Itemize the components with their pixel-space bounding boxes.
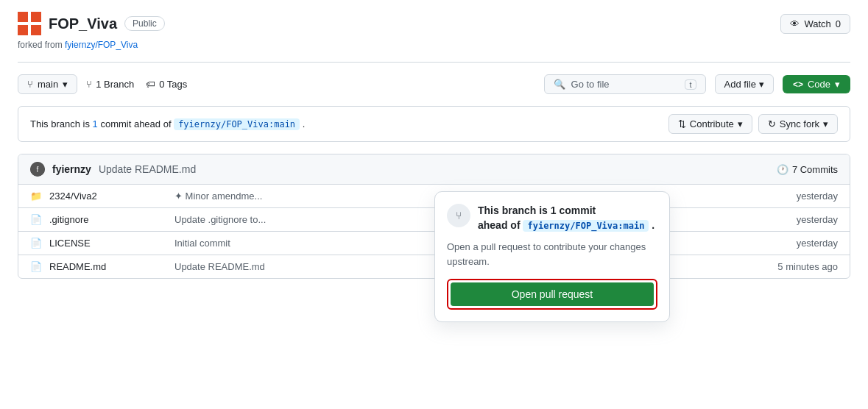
- branch-meta: ⑂ 1 Branch 🏷 0 Tags: [86, 79, 187, 90]
- search-icon: 🔍: [554, 79, 565, 90]
- contribute-label: Contribute: [690, 118, 734, 129]
- code-chevron-icon: ▾: [835, 79, 840, 90]
- goto-file-label: Go to file: [571, 79, 610, 90]
- sync-fork-chevron-icon: ▾: [823, 118, 828, 129]
- repo-title-section: FOP_Viva Public: [18, 12, 165, 35]
- branch-status-text: This branch is 1 commit ahead of fyiernz…: [30, 118, 661, 129]
- contribute-chevron-icon: ▾: [738, 118, 743, 129]
- popup-title-line2: ahead of: [478, 219, 521, 231]
- branch-selector[interactable]: ⑂ main ▾: [18, 74, 77, 94]
- page-wrapper: FOP_Viva Public 👁 Watch 0 forked from fy…: [0, 0, 868, 409]
- forked-from: forked from fyiernzy/FOP_Viva: [18, 40, 850, 50]
- popup-title: This branch is 1 commit ahead of fyiernz…: [478, 204, 654, 232]
- file-name-link[interactable]: .gitignore: [49, 214, 167, 225]
- contribute-button[interactable]: ⇅ Contribute ▾: [668, 114, 752, 134]
- divider: [18, 62, 850, 63]
- file-name-link[interactable]: LICENSE: [49, 238, 167, 249]
- tag-icon: 🏷: [146, 79, 155, 90]
- goto-file-input[interactable]: 🔍 Go to file t: [544, 74, 706, 94]
- svg-rect-0: [18, 12, 28, 22]
- file-icon: 📄: [30, 261, 42, 272]
- status-actions: ⇅ Contribute ▾ ↻ Sync fork ▾: [668, 114, 838, 134]
- file-time: yesterday: [797, 191, 838, 202]
- commit-message: Update README.md: [99, 163, 196, 175]
- popup-ref: fyiernzy/FOP_Viva:main: [523, 220, 649, 232]
- goto-file-shortcut: t: [685, 79, 696, 90]
- forked-from-link[interactable]: fyiernzy/FOP_Viva: [65, 40, 138, 50]
- popup-icon-symbol: ⑂: [456, 210, 462, 221]
- commit-author-avatar: f: [30, 162, 45, 177]
- sync-fork-label: Sync fork: [780, 118, 819, 129]
- watch-icon: 👁: [790, 18, 800, 29]
- status-ref: fyiernzy/FOP_Viva:main: [174, 118, 300, 130]
- branch-count-link[interactable]: ⑂ 1 Branch: [86, 79, 134, 90]
- file-name-link[interactable]: README.md: [49, 261, 167, 272]
- code-icon: <>: [793, 79, 803, 90]
- visibility-badge: Public: [124, 16, 165, 31]
- repo-name: FOP_Viva: [49, 15, 117, 32]
- file-time: yesterday: [797, 214, 838, 225]
- contribute-popup: ⑂ This branch is 1 commit ahead of fyier…: [434, 191, 670, 322]
- popup-description: Open a pull request to contribute your c…: [447, 240, 657, 268]
- popup-title-line1: This branch is 1 commit: [478, 204, 596, 216]
- commit-author-name[interactable]: fyiernzy: [52, 163, 91, 175]
- svg-text:f: f: [37, 166, 39, 174]
- repo-header: FOP_Viva Public 👁 Watch 0: [18, 12, 850, 35]
- folder-icon: 📁: [30, 191, 42, 202]
- tags-count-link[interactable]: 🏷 0 Tags: [146, 79, 187, 90]
- code-button[interactable]: <> Code ▾: [783, 75, 850, 93]
- svg-rect-2: [18, 25, 28, 35]
- branch-icon: ⑂: [27, 79, 33, 90]
- branch-status-bar: This branch is 1 commit ahead of fyiernz…: [18, 106, 850, 142]
- watch-button[interactable]: 👁 Watch 0: [780, 14, 850, 34]
- commits-count: 7 Commits: [792, 164, 838, 175]
- popup-branch-icon: ⑂: [447, 204, 470, 227]
- watch-count: 0: [836, 18, 841, 29]
- sync-fork-icon: ↻: [768, 118, 776, 129]
- status-ahead-count: 1: [93, 118, 98, 129]
- add-file-chevron-icon: ▾: [759, 79, 764, 90]
- popup-header: ⑂ This branch is 1 commit ahead of fyier…: [447, 204, 657, 232]
- status-text-after: .: [303, 118, 306, 129]
- sync-fork-button[interactable]: ↻ Sync fork ▾: [758, 114, 838, 134]
- add-file-button[interactable]: Add file ▾: [715, 74, 774, 94]
- watch-label: Watch: [804, 18, 830, 29]
- popup-ref-suffix: .: [652, 219, 654, 231]
- file-icon: 📄: [30, 214, 42, 225]
- file-time: yesterday: [797, 238, 838, 249]
- open-pull-request-button[interactable]: Open pull request: [451, 282, 654, 306]
- file-icon: 📄: [30, 238, 42, 249]
- branch-meta-icon: ⑂: [86, 79, 92, 90]
- svg-rect-1: [31, 12, 41, 22]
- branch-name: main: [38, 79, 58, 90]
- file-time: 5 minutes ago: [777, 261, 838, 272]
- status-text-middle: commit ahead of: [100, 118, 171, 129]
- tags-count: 0 Tags: [159, 79, 187, 90]
- repo-logo-icon: [18, 12, 41, 35]
- add-file-label: Add file: [724, 79, 756, 90]
- svg-rect-3: [31, 25, 41, 35]
- contribute-icon: ⇅: [678, 118, 686, 129]
- file-name-link[interactable]: 2324/Viva2: [49, 191, 167, 202]
- commits-link[interactable]: 🕐 7 Commits: [777, 164, 838, 175]
- status-text-before: This branch is: [30, 118, 90, 129]
- files-table-header: f fyiernzy Update README.md 🕐 7 Commits: [18, 154, 850, 185]
- clock-icon: 🕐: [777, 164, 788, 175]
- open-pr-button-wrapper: Open pull request: [447, 279, 657, 310]
- code-label: Code: [808, 79, 830, 90]
- chevron-down-icon: ▾: [63, 79, 68, 90]
- branch-count: 1 Branch: [96, 79, 134, 90]
- toolbar-row: ⑂ main ▾ ⑂ 1 Branch 🏷 0 Tags 🔍 Go to fil…: [18, 74, 850, 94]
